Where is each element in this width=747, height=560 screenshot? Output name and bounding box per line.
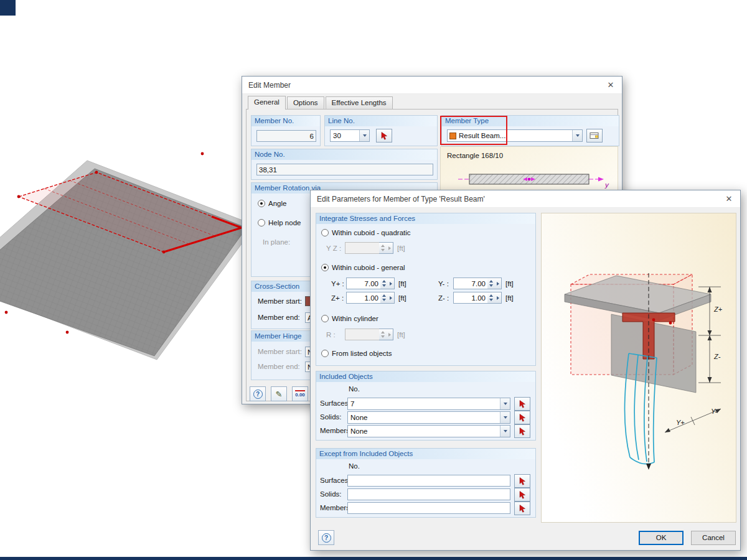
edit-parameters-close-button[interactable]: ✕: [718, 190, 740, 207]
z-plus-input[interactable]: [346, 292, 381, 304]
included-members-combo[interactable]: None: [347, 425, 510, 437]
ok-button[interactable]: OK: [639, 531, 684, 545]
arrow-right-icon: [497, 296, 499, 300]
y-minus-input[interactable]: [453, 278, 488, 289]
group-line-no-header: Line No.: [325, 116, 437, 126]
member-no-input[interactable]: [256, 130, 316, 142]
edit-member-tabs: General Options Effective Lengths: [248, 96, 394, 109]
z-plus-detail-button[interactable]: [387, 292, 395, 304]
edit-type-icon: [590, 132, 599, 140]
dim-z-minus-label: Z-: [714, 353, 720, 360]
except-solids-input[interactable]: [347, 488, 510, 500]
pick-arrow-icon: [518, 477, 527, 486]
radio-angle-label: Angle: [268, 200, 286, 207]
node-no-input[interactable]: [256, 164, 433, 175]
result-beam-icon: [449, 133, 456, 139]
yz-input: [345, 242, 380, 254]
except-surfaces-pick-button[interactable]: [514, 474, 530, 488]
z-minus-detail-button[interactable]: [494, 292, 502, 304]
pick-arrow-icon: [518, 490, 527, 500]
em-comment-button[interactable]: ✎: [271, 386, 287, 401]
r-unit: [ft]: [397, 331, 405, 338]
radio-unselected-icon: [321, 315, 329, 322]
radio-within-cuboid-quadratic[interactable]: Within cuboid - quadratic: [321, 229, 411, 236]
dropdown-icon[interactable]: [500, 426, 510, 437]
radio-from-listed-objects[interactable]: From listed objects: [321, 350, 392, 357]
radio-help-node[interactable]: Help node: [258, 219, 301, 226]
edit-member-title: Edit Member: [248, 81, 291, 90]
radio-quadratic-label: Within cuboid - quadratic: [332, 229, 411, 236]
included-members-pick-button[interactable]: [514, 424, 530, 438]
included-surfaces-combo[interactable]: 7: [347, 398, 510, 410]
in-plane-label: In plane:: [263, 238, 290, 246]
radio-angle[interactable]: Angle: [258, 200, 286, 207]
line-no-dropdown-icon[interactable]: [359, 130, 369, 141]
pick-arrow-icon: [518, 504, 527, 513]
member-type-edit-button[interactable]: [586, 129, 603, 142]
z-minus-unit: [ft]: [505, 294, 514, 302]
arrow-right-icon: [388, 246, 391, 250]
z-minus-label: Z- :: [438, 294, 449, 302]
radio-unselected-icon: [321, 350, 329, 357]
tab-general[interactable]: General: [248, 96, 286, 110]
except-members-input[interactable]: [347, 502, 510, 514]
included-members-value: None: [348, 427, 500, 435]
except-surfaces-input[interactable]: [347, 475, 510, 487]
help-icon: ?: [253, 390, 263, 399]
included-solids-combo[interactable]: None: [347, 411, 510, 424]
spin-up-icon: [382, 294, 386, 297]
included-surfaces-value: 7: [348, 400, 500, 408]
radio-selected-icon: [258, 200, 265, 207]
included-surfaces-pick-button[interactable]: [514, 397, 530, 411]
edit-parameters-titlebar[interactable]: Edit Parameters for Member of Type 'Resu…: [311, 190, 740, 208]
member-type-dropdown-icon[interactable]: [572, 130, 582, 141]
group-member-no: Member No.: [251, 115, 321, 146]
included-solids-value: None: [348, 414, 500, 421]
line-no-pick-button[interactable]: [376, 129, 392, 142]
group-node-no-header: Node No.: [251, 149, 437, 160]
radio-selected-icon: [321, 264, 329, 271]
edit-member-close-button[interactable]: ✕: [599, 77, 622, 93]
tab-options[interactable]: Options: [287, 96, 324, 109]
dropdown-icon[interactable]: [500, 398, 510, 409]
spin-up-icon: [382, 280, 386, 282]
z-minus-input[interactable]: [453, 292, 488, 304]
tab-effective-lengths[interactable]: Effective Lengths: [326, 96, 393, 109]
radio-within-cylinder[interactable]: Within cylinder: [321, 315, 378, 322]
group-member-type: Member Type Result Beam...: [441, 115, 619, 146]
z-plus-unit: [ft]: [398, 294, 406, 302]
ep-help-button[interactable]: ?: [318, 530, 334, 545]
group-line-no: Line No. 30: [324, 115, 438, 146]
y-minus-label: Y- :: [438, 280, 449, 287]
y-plus-unit: [ft]: [398, 280, 406, 287]
group-included-objects: Included Objects No. Surfaces: 7 Solids:…: [316, 371, 536, 441]
pick-arrow-icon: [518, 399, 527, 409]
cancel-button[interactable]: Cancel: [691, 531, 736, 545]
y-plus-detail-button[interactable]: [387, 278, 395, 289]
y-minus-detail-button[interactable]: [494, 278, 502, 289]
edit-member-titlebar[interactable]: Edit Member ✕: [242, 77, 622, 94]
except-solids-pick-button[interactable]: [514, 488, 530, 502]
spin-down-icon: [489, 299, 493, 301]
arrow-right-icon: [497, 282, 499, 286]
y-plus-input[interactable]: [346, 278, 381, 289]
radio-help-node-label: Help node: [268, 219, 301, 226]
edit-parameters-dialog: Edit Parameters for Member of Type 'Resu…: [310, 190, 741, 551]
radio-within-cuboid-general[interactable]: Within cuboid - general: [321, 264, 405, 271]
member-type-combo[interactable]: Result Beam...: [447, 129, 583, 142]
dropdown-icon[interactable]: [500, 412, 510, 423]
except-members-pick-button[interactable]: [514, 502, 530, 515]
r-input: [345, 329, 380, 340]
included-solids-pick-button[interactable]: [514, 411, 530, 424]
line-no-combo[interactable]: 30: [330, 129, 370, 142]
em-decimals-button[interactable]: 0.00: [292, 386, 308, 401]
cs-member-end-label: Member end:: [258, 314, 300, 321]
em-help-button[interactable]: ?: [250, 386, 266, 401]
radio-unselected-icon: [258, 219, 265, 226]
spin-down-icon: [382, 299, 386, 301]
arrow-right-icon: [390, 282, 392, 286]
arrow-right-icon: [388, 333, 391, 337]
member-type-value: Result Beam...: [456, 132, 572, 139]
dim-y-minus-label: Y-: [711, 408, 717, 415]
z-plus-label: Z+ :: [331, 294, 344, 302]
